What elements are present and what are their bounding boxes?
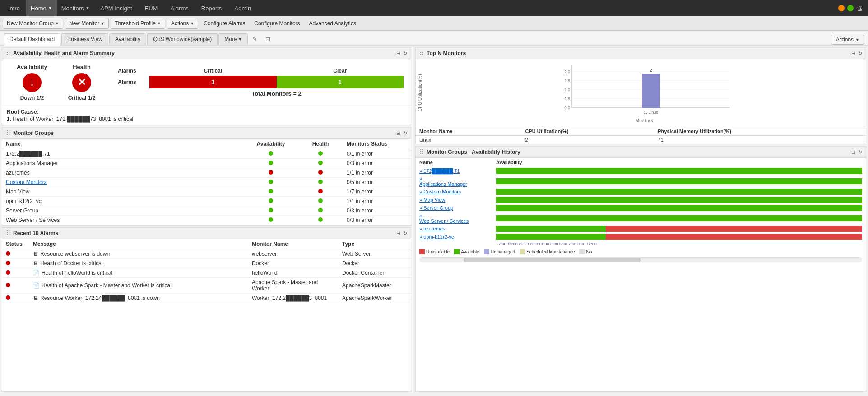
avail-hist-bar — [496, 215, 862, 221]
legend-unavailable: Unavailable — [419, 249, 450, 254]
alarm-bar-green: 1 — [277, 76, 404, 88]
server-icon: 🖥 — [33, 260, 38, 267]
avail-hist-name-header: Name — [419, 160, 496, 165]
mg-row-name[interactable]: Custom Monitors — [2, 178, 244, 187]
avail-hist-bar — [496, 178, 862, 184]
critical-header: Critical — [149, 68, 277, 74]
avail-minimize-icon[interactable]: ⊟ — [396, 51, 400, 56]
mg-row-status: 1/1 in error — [343, 197, 411, 206]
ra-row-monitor: Worker_172.2██████3_8081 — [248, 294, 339, 303]
mg-row-name: opm_k12r2_vc — [2, 197, 244, 206]
monitor-groups-panel: ⠿ Monitor Groups ⊟ ↻ Name Availability H… — [2, 127, 411, 226]
table-row: opm_k12r2_vc1/1 in error — [2, 197, 411, 206]
topn-col-mem: Physical Memory Utilization(%) — [654, 127, 866, 136]
doc-icon: 📄 — [33, 270, 40, 276]
ra-row-message: 📄Health of helloWorld is critical — [29, 268, 248, 278]
mg-row-status: 0/3 in error — [343, 206, 411, 216]
mg-row-health — [298, 168, 343, 178]
avail-health-body: Availability ↓ Down 1/2 Health ✕ Critica… — [2, 59, 411, 106]
tab-default-dashboard[interactable]: Default Dashboard — [4, 33, 60, 46]
avail-hist-row-name[interactable]: » Map View — [419, 197, 496, 203]
threshold-profile-button[interactable]: Threshold Profile ▼ — [111, 18, 165, 29]
tab-actions-button[interactable]: Actions ▼ — [831, 35, 864, 45]
recent-alarms-header: ⠿ Recent 10 Alarms ⊟ ↻ — [2, 228, 411, 239]
tab-edit-icon[interactable]: ✎ — [249, 33, 261, 45]
tab-more[interactable]: More ▼ — [218, 33, 248, 45]
nav-item-eum[interactable]: EUM — [139, 0, 164, 16]
left-panel: ⠿ Availability, Health and Alarm Summary… — [0, 46, 413, 394]
list-item: » Custom Monitors — [416, 188, 866, 196]
top-nav-right: 🖨 — [838, 5, 866, 12]
avail-hist-refresh-icon[interactable]: ↻ — [858, 149, 862, 155]
nav-item-intro[interactable]: Intro — [2, 0, 26, 16]
ra-row-status — [2, 268, 29, 278]
new-monitor-group-arrow: ▼ — [55, 21, 59, 26]
avail-hist-row-name[interactable]: » Applications Manager — [419, 176, 496, 187]
recent-alarms-panel: ⠿ Recent 10 Alarms ⊟ ↻ Status Message Mo… — [2, 227, 411, 392]
mg-row-name: Web Server / Services — [2, 216, 244, 225]
advanced-analytics-link[interactable]: Advanced Analytics — [306, 18, 360, 29]
ra-drag-icon: ⠿ — [6, 230, 10, 237]
avail-hist-row-name[interactable]: » Custom Monitors — [419, 189, 496, 194]
nav-item-home[interactable]: Home ▼ — [26, 0, 57, 16]
tab-business-view[interactable]: Business View — [61, 33, 108, 45]
tab-external-icon[interactable]: ⊡ — [262, 33, 274, 45]
mg-refresh-icon[interactable]: ↻ — [403, 130, 407, 136]
ra-minimize-icon[interactable]: ⊟ — [396, 230, 400, 236]
new-monitor-button[interactable]: New Monitor ▼ — [65, 18, 109, 29]
avail-hist-legend: Unavailable Available Unmanaged Schedule… — [416, 247, 866, 256]
nav-item-admin[interactable]: Admin — [228, 0, 257, 16]
alarm-bar-red: 1 — [149, 76, 277, 88]
avail-hist-row-name[interactable]: » opm-k12r2-vc — [419, 234, 496, 239]
ra-row-type: Web Server — [339, 249, 411, 259]
mg-col-status: Monitors Status — [343, 139, 411, 149]
topn-header-icons: ⊟ ↻ — [851, 51, 862, 56]
tab-qos-worldwide[interactable]: QoS Worldwide(sample) — [147, 33, 218, 45]
configure-monitors-link[interactable]: Configure Monitors — [251, 18, 303, 29]
mg-row-health — [298, 187, 343, 197]
health-label: Health — [73, 64, 91, 70]
tab-availability[interactable]: Availability — [109, 33, 146, 45]
avail-hist-row-name[interactable]: » Server Group — [419, 205, 496, 211]
mg-minimize-icon[interactable]: ⊟ — [396, 130, 400, 136]
ra-row-monitor: Apache Spark - Master and Worker — [248, 278, 339, 294]
avail-hist-time-labels: 17:00 19:00 21:00 23:00 1:00 3:00 5:00 7… — [416, 241, 866, 247]
monitors-dropdown-arrow: ▼ — [85, 6, 89, 10]
avail-hist-row-name[interactable]: » 172██████.71 — [419, 168, 496, 174]
health-critical-label: Critical 1/2 — [68, 95, 96, 101]
avail-hist-minimize-icon[interactable]: ⊟ — [851, 149, 855, 155]
ra-row-type: Docker Container — [339, 268, 411, 278]
table-row: Map View1/7 in error — [2, 187, 411, 197]
tab-bar: Default Dashboard Business View Availabi… — [0, 31, 868, 46]
nav-item-monitors[interactable]: Monitors ▼ — [57, 0, 94, 16]
list-item: » Applications Manager — [416, 175, 866, 188]
nav-item-apm[interactable]: APM Insight — [94, 0, 138, 16]
topn-refresh-icon[interactable]: ↻ — [858, 51, 862, 56]
ra-refresh-icon[interactable]: ↻ — [403, 230, 407, 236]
nav-item-reports[interactable]: Reports — [195, 0, 228, 16]
avail-hist-row-name[interactable]: » azuremes — [419, 226, 496, 231]
avail-hist-scrollbar[interactable] — [419, 257, 862, 262]
topn-table: Monitor Name CPU Utilization(%) Physical… — [416, 127, 866, 144]
configure-alarms-link[interactable]: Configure Alarms — [200, 18, 249, 29]
print-icon[interactable]: 🖨 — [856, 5, 863, 12]
doc-icon: 📄 — [33, 282, 40, 289]
svg-text:1. Linux: 1. Linux — [644, 110, 658, 115]
ra-row-status — [2, 249, 29, 259]
topn-minimize-icon[interactable]: ⊟ — [851, 51, 855, 56]
mg-header-icons: ⊟ ↻ — [396, 130, 407, 136]
ra-row-status — [2, 278, 29, 294]
nav-item-alarms[interactable]: Alarms — [164, 0, 195, 16]
avail-refresh-icon[interactable]: ↻ — [403, 51, 407, 56]
new-monitor-group-button[interactable]: New Monitor Group ▼ — [3, 18, 63, 29]
more-dropdown-arrow: ▼ — [238, 37, 242, 41]
topn-row-mem: 71 — [654, 136, 866, 144]
avail-hist-row-name[interactable]: » Web Server / Services — [419, 213, 496, 224]
actions-button[interactable]: Actions ▼ — [167, 18, 198, 29]
mg-row-health — [298, 216, 343, 225]
mg-col-avail: Availability — [244, 139, 298, 149]
topn-row-name: Linux — [416, 136, 521, 144]
avail-hist-drag-icon: ⠿ — [419, 148, 424, 156]
avail-health-panel-header: ⠿ Availability, Health and Alarm Summary… — [2, 48, 411, 59]
topn-panel: ⠿ Top N Monitors ⊟ ↻ CPU Utilization(%) … — [415, 47, 866, 144]
